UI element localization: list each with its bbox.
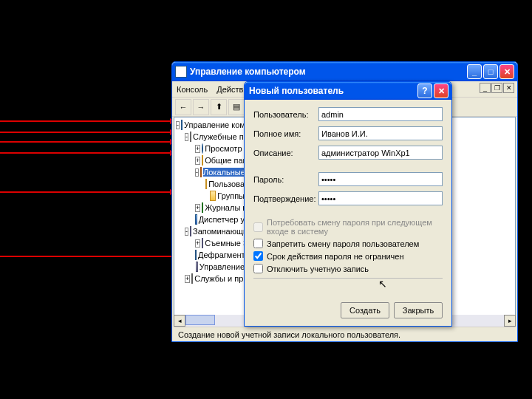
- close-dlg-button[interactable]: Закрыть: [394, 302, 443, 318]
- status-text: Создание новой учетной записи локального…: [178, 330, 400, 339]
- monitor-icon: [181, 120, 183, 130]
- tree-item[interactable]: +Журналы и: [174, 202, 245, 214]
- neverexpires-checkbox[interactable]: [253, 251, 263, 261]
- expand-toggle[interactable]: +: [185, 275, 190, 283]
- disabled-row[interactable]: Отключить учетную запись: [253, 264, 443, 273]
- disk-icon: [196, 262, 198, 272]
- tree-item[interactable]: Дефрагмент: [174, 249, 245, 261]
- properties-button[interactable]: ▤: [228, 99, 245, 115]
- mustchange-checkbox: [253, 222, 263, 232]
- tree-item[interactable]: Управление: [174, 261, 245, 273]
- tree-panel[interactable]: -Управление компь-Служебные про+Просмотр…: [174, 117, 245, 320]
- cannotchange-label: Запретить смену пароля пользователем: [267, 239, 419, 248]
- confirm-input[interactable]: [318, 191, 443, 205]
- tree-item-label: Просмотр со: [205, 144, 245, 153]
- confirm-label: Подтверждение:: [253, 194, 318, 203]
- tree-item-label: Съемные ЗУ: [205, 239, 245, 248]
- tree-item[interactable]: -Управление компь: [174, 119, 245, 131]
- tree-item[interactable]: Пользова: [174, 178, 245, 190]
- back-button[interactable]: ←: [175, 99, 191, 115]
- statusbar: Создание новой учетной записи локального…: [174, 327, 516, 341]
- expand-toggle[interactable]: -: [195, 168, 199, 177]
- minimize-button[interactable]: _: [467, 64, 482, 79]
- dialog-close-button[interactable]: ✕: [434, 83, 449, 98]
- menu-action[interactable]: Действ: [216, 85, 243, 94]
- tree-item[interactable]: -Служебные про: [174, 131, 245, 143]
- expand-toggle[interactable]: -: [185, 133, 188, 141]
- mag-icon: [202, 143, 203, 154]
- maximize-button[interactable]: □: [483, 64, 498, 79]
- tree-item-label: Локальные: [203, 168, 245, 177]
- tools-icon: [190, 132, 191, 142]
- arrow-line: [0, 141, 171, 143]
- new-user-dialog: Новый пользователь ? ✕ Пользователь: Пол…: [244, 81, 452, 327]
- tree-item[interactable]: +Общие папк: [174, 154, 245, 166]
- cursor-icon: ↖: [378, 278, 387, 290]
- forward-button[interactable]: →: [193, 99, 209, 115]
- defrag-icon: [195, 250, 197, 260]
- expand-toggle[interactable]: -: [176, 121, 180, 129]
- tree-item-label: Управление компь: [184, 120, 245, 129]
- folder-icon: [205, 179, 207, 189]
- up-button[interactable]: ⬆: [211, 99, 227, 115]
- mustchange-row: Потребовать смену пароля при следующем в…: [253, 218, 443, 236]
- separator: [253, 278, 443, 279]
- expand-toggle[interactable]: +: [195, 145, 200, 153]
- tree-item-label: Управление: [200, 262, 245, 271]
- user-label: Пользователь:: [253, 110, 318, 119]
- monitor-icon: [195, 214, 197, 225]
- fullname-input[interactable]: [318, 126, 443, 140]
- tree-item[interactable]: +Службы и прил: [174, 273, 245, 284]
- gear-icon: [191, 273, 193, 284]
- dialog-titlebar[interactable]: Новый пользователь ? ✕: [245, 82, 451, 100]
- tree-item-label: Пользова: [208, 180, 245, 188]
- scroll-thumb[interactable]: [185, 315, 215, 325]
- folder-icon: [202, 155, 203, 166]
- mustchange-label: Потребовать смену пароля при следующем в…: [267, 218, 443, 236]
- arrow-line: [0, 152, 171, 154]
- menu-console[interactable]: Консоль: [177, 85, 208, 94]
- expand-toggle[interactable]: -: [185, 228, 188, 236]
- tree-item-label: Служебные про: [193, 132, 245, 141]
- desc-input[interactable]: [318, 146, 443, 160]
- window-title: Управление компьютером: [190, 66, 467, 77]
- mmc-titlebar[interactable]: Управление компьютером _ □ ✕: [172, 62, 517, 81]
- tree-item[interactable]: +Просмотр со: [174, 143, 245, 154]
- password-input[interactable]: [318, 172, 443, 186]
- tree-item-label: Дефрагмент: [198, 250, 245, 259]
- cannotchange-row[interactable]: Запретить смену пароля пользователем: [253, 239, 443, 248]
- disk-icon: [202, 238, 203, 248]
- create-button[interactable]: Создать: [341, 302, 389, 318]
- cannotchange-checkbox[interactable]: [253, 239, 263, 248]
- tree-item-label: Группы: [217, 191, 245, 200]
- scroll-left[interactable]: ◂: [174, 315, 185, 327]
- tree-item-label: Диспетчер у: [199, 215, 245, 224]
- help-button[interactable]: ?: [417, 83, 432, 98]
- tree-item-label: Общие папк: [205, 156, 245, 165]
- tree-item[interactable]: Диспетчер у: [174, 214, 245, 225]
- expand-toggle[interactable]: +: [195, 157, 200, 165]
- tree-item-label: Журналы и: [205, 203, 245, 212]
- arrow-line: [0, 120, 171, 122]
- password-label: Пароль:: [253, 175, 318, 184]
- tree-item[interactable]: -Локальные: [174, 166, 245, 178]
- tree-item[interactable]: Группы: [174, 190, 245, 202]
- arrow-line: [0, 191, 171, 193]
- scroll-right2[interactable]: ▸: [504, 315, 516, 327]
- mdi-minimize[interactable]: _: [480, 83, 491, 93]
- tree-item[interactable]: +Съемные ЗУ: [174, 237, 245, 249]
- folder-icon: [210, 191, 216, 201]
- expand-toggle[interactable]: +: [195, 239, 200, 248]
- disabled-checkbox[interactable]: [253, 264, 263, 273]
- tree-item[interactable]: -Запоминающие: [174, 225, 245, 237]
- disabled-label: Отключить учетную запись: [267, 265, 369, 273]
- mdi-close[interactable]: ✕: [503, 83, 514, 93]
- expand-toggle[interactable]: +: [195, 204, 200, 212]
- neverexpires-row[interactable]: Срок действия пароля не ограничен: [253, 251, 443, 261]
- tree-item-label: Запоминающие: [193, 227, 245, 236]
- user-input[interactable]: [318, 107, 443, 121]
- users-icon: [200, 167, 202, 177]
- close-button[interactable]: ✕: [499, 64, 514, 79]
- mdi-restore[interactable]: ❐: [491, 83, 502, 93]
- tree-item-label: Службы и прил: [194, 274, 245, 283]
